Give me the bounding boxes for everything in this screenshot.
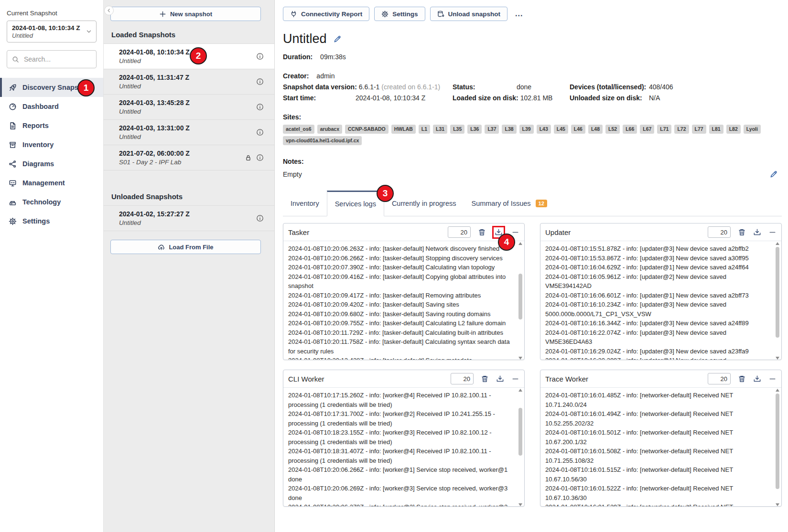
current-snapshot-dropdown[interactable]: 2024-01-08, 10:10:34 Z Untitled [7,21,97,43]
log-list[interactable]: 2024-01-08T10:20:06.263Z - info: [tasker… [283,241,524,360]
snapshot-date: 2024-01-03, 13:31:00 Z [119,124,246,132]
scroll-up-icon[interactable] [776,389,779,392]
sidebar-item[interactable]: Technology [0,192,103,212]
sidebar-item[interactable]: Inventory [0,135,103,154]
snapshot-date: 2021-07-02, 06:00:00 Z [119,149,246,157]
start-time-value: 2024-01-08, 10:10:34 Z [356,94,425,102]
scrollbar[interactable] [518,242,523,360]
loaded-size-value: 102.81 MB [520,94,553,102]
log-line: 2024-01-08T10:16:01.515Z - info: [networ… [545,465,769,484]
sidebar-item[interactable]: Diagrams [0,154,103,173]
sidebar-item[interactable]: Dashboard [0,97,103,116]
connectivity-report-button[interactable]: Connectivity Report [283,7,369,21]
clear-logs-button[interactable] [481,375,489,383]
load-from-file-label: Load From File [169,244,213,251]
load-from-file-button[interactable]: Load From File [110,240,261,254]
info-icon[interactable] [256,128,264,136]
duration-row: Duration: 09m:38s [283,53,782,61]
sidebar-item[interactable]: Settings [0,212,103,231]
new-snapshot-button[interactable]: New snapshot [110,7,261,21]
tab[interactable]: Currently in progress [384,191,464,216]
log-list[interactable]: 2024-01-08T10:15:51.878Z - info: [update… [540,241,781,360]
settings-button[interactable]: Settings [374,7,425,21]
edit-title-icon[interactable] [334,35,342,43]
annotation-step-3: 3 [377,185,394,202]
log-count-input[interactable] [448,226,471,238]
scrollbar[interactable] [518,389,523,506]
download-logs-button[interactable] [753,228,761,236]
snapshot-list-item[interactable]: 2024-01-03, 13:31:00 Z Untitled [104,120,274,145]
log-list[interactable]: 2024-01-08T10:17:15.260Z - info: [worker… [283,388,524,507]
tab[interactable]: Inventory [283,191,327,216]
scrollbar-thumb[interactable] [776,394,779,489]
scroll-up-icon[interactable] [518,389,522,392]
scroll-up-icon[interactable] [518,242,522,245]
snapshot-list-item[interactable]: 2021-07-02, 06:00:00 Z S01 - Day 2 - IPF… [104,145,274,170]
sidebar-item[interactable]: Management [0,173,103,192]
annotation-step-2: 2 [190,47,207,64]
snapshot-list-item[interactable]: 2024-01-08, 10:10:34 Z Untitled [104,43,274,69]
snapshot-list-item[interactable]: 2024-01-02, 15:27:27 Z Untitled [104,205,274,231]
loaded-snapshots-heading: Loaded Snapshots [104,21,274,43]
scroll-down-icon[interactable] [518,503,522,506]
snapshot-list-item[interactable]: 2024-01-05, 11:31:47 Z Untitled [104,69,274,95]
site-tag: CCNP-SABADO [345,125,389,134]
download-logs-button[interactable] [496,375,504,383]
download-logs-button-highlighted[interactable]: 4 [492,226,505,239]
collapse-panel-button[interactable] [511,375,519,383]
clear-logs-button[interactable] [738,228,746,236]
collapse-panel-button[interactable] [768,375,777,383]
snapshot-date: 2024-01-08, 10:10:34 Z [119,48,246,56]
unload-snapshot-button[interactable]: Unload snapshot [430,7,508,21]
site-tag: L38 [502,125,516,134]
clear-logs-button[interactable] [478,228,486,236]
scroll-up-icon[interactable] [776,242,779,245]
site-tag: L81 [709,125,723,134]
unloaded-size-label: Unloaded size on disk: [570,94,647,102]
log-count-input[interactable] [451,373,474,384]
info-icon[interactable] [256,214,264,222]
tab-label: Currently in progress [392,200,456,207]
more-actions-button[interactable]: ... [512,10,526,18]
info-icon[interactable] [256,103,264,111]
edit-notes-icon[interactable] [770,170,778,178]
scroll-down-icon[interactable] [776,357,779,360]
scroll-down-icon[interactable] [776,503,779,506]
log-list[interactable]: 2024-01-08T10:16:01.485Z - info: [networ… [540,388,781,507]
collapse-panel-button[interactable] [511,228,519,236]
snapshot-name: Untitled [119,108,246,115]
scrollbar-thumb[interactable] [518,274,522,319]
download-logs-button[interactable] [753,375,761,383]
scroll-down-icon[interactable] [518,357,522,360]
scrollbar-thumb[interactable] [518,408,522,456]
collapse-panel-button[interactable] [768,228,777,236]
site-tag: Lyoli [744,125,761,134]
download-icon [496,375,504,383]
site-tag: L46 [571,125,585,134]
log-count-input[interactable] [708,373,731,384]
search-input[interactable] [23,55,91,64]
panel-title: Updater [545,228,708,236]
scrollbar[interactable] [775,242,780,360]
scrollbar-thumb[interactable] [776,247,779,338]
search-box[interactable] [7,50,97,68]
log-count-input[interactable] [708,226,731,238]
snapshot-name: Untitled [119,83,246,90]
info-icon[interactable] [256,53,264,60]
tab[interactable]: Services logs [327,191,384,216]
clear-logs-button[interactable] [738,375,746,383]
sidebar-item[interactable]: Reports [0,116,103,135]
info-icon[interactable] [256,154,264,161]
tab[interactable]: Summary of Issues 12 [464,191,554,216]
sidebar-item-label: Inventory [22,141,54,149]
snapshot-list-item[interactable]: 2024-01-03, 13:45:28 Z Untitled [104,95,274,120]
loaded-size-label: Loaded size on disk: [453,94,518,102]
scrollbar[interactable] [775,389,780,506]
log-line: 2024-01-08T10:16:04.629Z - info: [update… [545,263,769,272]
info-icon[interactable] [256,78,264,85]
site-tag: L35 [450,125,464,134]
collapse-sidebar-button[interactable] [104,6,114,15]
toolbar: Connectivity Report Settings Unload snap… [283,7,782,21]
chevron-left-icon [106,8,112,13]
sidebar-item-label: Management [22,179,65,187]
